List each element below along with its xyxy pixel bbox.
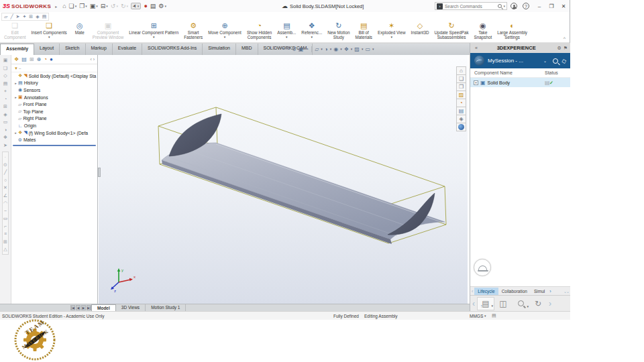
view-tool-icon[interactable]: ◇ xyxy=(3,72,7,80)
tabs-collapse-icon[interactable]: ⌄⌄ xyxy=(564,289,570,294)
tree-item-history[interactable]: ▸▤History xyxy=(11,80,97,87)
tool-icon[interactable]: ✦ xyxy=(22,14,26,19)
featuremanager-tab-icon[interactable]: ❖ xyxy=(14,56,19,62)
3dexperience-compass-icon[interactable] xyxy=(474,56,484,66)
database-update-button[interactable]: ◫ xyxy=(494,297,512,310)
apply-scene-icon[interactable]: ▨ xyxy=(354,46,360,52)
view-tool-icon[interactable]: ◑ xyxy=(4,126,7,134)
sketch-tool-icon[interactable]: ∙ xyxy=(5,153,6,161)
tag-icon[interactable]: ◇ xyxy=(561,57,567,64)
tool-icon[interactable]: ▤ xyxy=(42,14,47,19)
explore-search-button[interactable]: ▾ xyxy=(512,297,529,310)
rebuild-button[interactable]: ● xyxy=(144,3,147,9)
units-caret-icon[interactable]: ▾ xyxy=(484,314,486,318)
tab-simulation[interactable]: Simulation xyxy=(203,44,236,55)
insert-components-button[interactable]: ❏Insert Components▾ xyxy=(29,21,70,39)
hide-show-items-icon[interactable]: ◉ xyxy=(333,46,338,52)
reference-geometry-button[interactable]: ❖Referenc...▾ xyxy=(299,21,325,39)
tree-item-top-plane[interactable]: ▱Top Plane xyxy=(11,108,97,115)
save-button[interactable]: ▣▾ xyxy=(90,3,98,9)
tab-motion-study-1[interactable]: Motion Study 1 xyxy=(146,304,186,311)
property-manager-tab-icon[interactable]: ▤ xyxy=(21,56,27,62)
user-avatar[interactable] xyxy=(474,259,491,276)
tab-scroll-icons[interactable]: ‹ › xyxy=(90,57,95,62)
previous-view-icon[interactable]: ↺ xyxy=(292,46,297,52)
file-properties-button[interactable]: ▤ xyxy=(150,3,156,9)
status-tag-icon[interactable]: ▤ xyxy=(492,313,496,318)
large-assembly-settings-button[interactable]: ◐Large Assembly Settings xyxy=(494,21,530,40)
tab-simulation-panel[interactable]: Simul xyxy=(531,288,548,295)
save-to-3dexperience-button[interactable]: ▤↑▾ xyxy=(477,297,494,310)
close-button[interactable]: ✕ xyxy=(557,3,570,9)
dimxpert-tab-icon[interactable]: ⊕ xyxy=(36,56,41,62)
edit-component-button[interactable]: ❏Edit Component xyxy=(1,21,29,40)
help-button[interactable]: ? xyxy=(523,3,529,9)
expand-row-icon[interactable]: + xyxy=(474,80,478,85)
menu-expand-icon[interactable]: ▸ xyxy=(55,4,57,9)
session-chevron-icon[interactable]: ⌄ xyxy=(543,58,547,63)
panel-gear-icon[interactable]: ⚙ xyxy=(557,46,561,51)
sketch-tool-icon[interactable]: ○ xyxy=(4,176,7,184)
view-tool-icon[interactable]: ⊞ xyxy=(3,103,7,111)
sketch-tool-icon[interactable]: ~ xyxy=(4,207,7,215)
last-tab-icon[interactable]: ▶| xyxy=(87,305,91,310)
take-snapshot-button[interactable]: ◉Take Snapshot xyxy=(472,21,495,40)
search-caret-icon[interactable]: ▾ xyxy=(503,4,505,8)
session-name[interactable]: MySession - ... xyxy=(488,58,541,64)
zoom-to-area-icon[interactable]: ⌗ xyxy=(287,46,290,52)
home-button[interactable]: ⌂ xyxy=(62,3,66,9)
mate-button[interactable]: ◎Mate xyxy=(70,21,90,35)
tab-assembly[interactable]: Assembly xyxy=(0,44,34,55)
sketch-tool-icon[interactable]: ▭ xyxy=(3,215,8,223)
search-commands-box[interactable]: › ▾ xyxy=(435,2,507,10)
update-speedpak-button[interactable]: ↻Update SpeedPak Subassemblies xyxy=(431,21,471,40)
component-row-solid-body[interactable]: + ▣ Solid Body ▤✓ xyxy=(470,78,570,87)
exploded-view-button[interactable]: ✶Exploded View▾ xyxy=(375,21,409,39)
units-selector[interactable]: MMGS xyxy=(470,314,483,318)
view-tool-icon[interactable]: ❏ xyxy=(3,64,7,72)
view-settings-icon[interactable]: ▭ xyxy=(365,46,370,52)
tree-item-front-plane[interactable]: ▱Front Plane xyxy=(11,101,97,108)
view-tool-icon[interactable]: ▤ xyxy=(3,80,8,88)
panel-search-icon[interactable] xyxy=(553,58,558,64)
section-view-icon[interactable]: ▣ xyxy=(299,46,304,52)
prev-tab-icon[interactable]: ◀ xyxy=(76,305,80,310)
new-document-button[interactable]: ❏▾ xyxy=(69,3,77,9)
tree-item-annotations[interactable]: ▸▣Annotations xyxy=(11,94,97,101)
tab-evaluate[interactable]: Evaluate xyxy=(113,44,142,55)
select-tool-button[interactable]: ➤▾ xyxy=(131,3,141,9)
user-account-icon[interactable] xyxy=(511,3,517,9)
sketch-tool-icon[interactable]: ∠ xyxy=(3,192,7,200)
panel-splitter-handle[interactable] xyxy=(98,168,101,177)
graphics-viewport[interactable]: ⌂ ❏ ❐ ▨ ◔ ▤ ◈ y x z xyxy=(99,55,468,304)
tree-item-right-plane[interactable]: ▱Right Plane xyxy=(11,115,97,123)
sketch-tool-icon[interactable]: ⊙ xyxy=(3,161,7,169)
view-orientation-icon[interactable]: ▱ xyxy=(315,46,319,52)
panel-pin-icon[interactable]: ⚑ xyxy=(564,46,568,51)
tab-nav-buttons[interactable]: |◀ ◀ ▶ ▶| xyxy=(70,304,91,311)
smart-fasteners-button[interactable]: ⚙Smart Fasteners xyxy=(181,21,205,40)
undo-button[interactable]: ↺▾ xyxy=(111,3,118,9)
tool-icon[interactable]: ◈ xyxy=(36,14,39,19)
wing-model[interactable] xyxy=(99,55,468,304)
filter-funnel-icon[interactable]: ▼ xyxy=(14,66,18,70)
tree-item-wing-solid-body[interactable]: ▸❖◥(f) Wing Solid Body<1> (Defa xyxy=(11,129,97,137)
view-tool-icon[interactable]: ❖ xyxy=(3,133,7,141)
edit-appearance-icon[interactable]: ❖ xyxy=(344,46,349,52)
tabs-scroll-right-icon[interactable]: › xyxy=(548,289,552,294)
sketch-tool-icon[interactable]: ✕ xyxy=(3,184,7,192)
tab-markup[interactable]: Markup xyxy=(86,44,113,55)
tool-icon[interactable]: ╱ xyxy=(10,14,13,19)
next-tab-icon[interactable]: ▶ xyxy=(81,305,86,310)
search-input[interactable] xyxy=(445,4,496,9)
tool-icon[interactable]: ➤ xyxy=(16,14,20,19)
tab-model[interactable]: Model xyxy=(91,304,116,311)
tab-collaboration[interactable]: Collaboration xyxy=(498,288,531,295)
display-style-icon[interactable]: ◑ xyxy=(325,46,328,52)
3dexperience-tab-icon[interactable]: ● xyxy=(50,56,53,62)
first-tab-icon[interactable]: |◀ xyxy=(70,305,75,310)
linear-component-pattern-button[interactable]: ⊞Linear Component Pattern▾ xyxy=(126,21,181,39)
dynamic-annotation-icon[interactable]: ◔ xyxy=(305,46,309,52)
open-button[interactable]: ❐▾ xyxy=(79,3,87,9)
show-hidden-components-button[interactable]: ◔Show Hidden Components xyxy=(244,21,274,40)
